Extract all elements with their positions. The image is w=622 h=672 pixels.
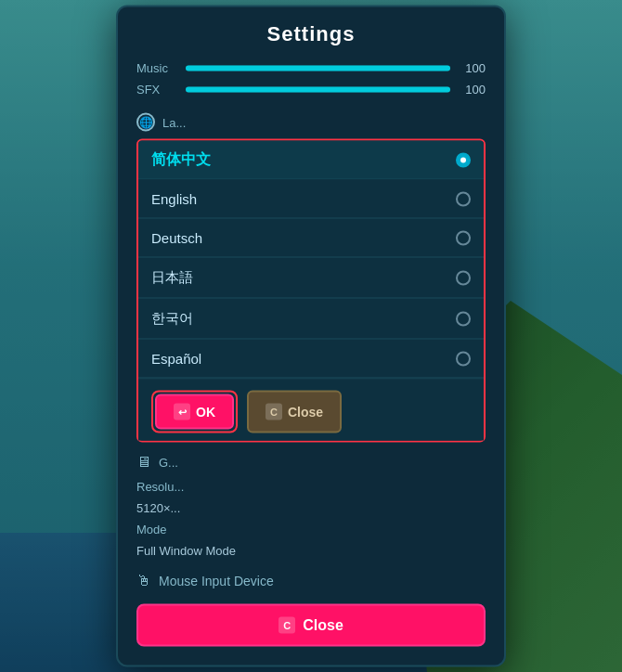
language-dropdown[interactable]: 简体中文 English Deutsch 日本語: [136, 139, 486, 443]
mode-value-row: Full Window Mode: [136, 540, 486, 562]
display-section: 🖥 G... Resolu... 5120×... Mode Full Wind…: [136, 450, 486, 562]
language-option-korean[interactable]: 한국어: [138, 299, 484, 340]
language-option-english[interactable]: English: [138, 180, 484, 219]
language-option-english-radio: [456, 191, 471, 206]
language-option-japanese-label: 日本語: [151, 269, 193, 287]
monitor-icon: 🖥: [136, 454, 151, 471]
ok-button-label: OK: [196, 405, 215, 420]
mouse-section: 🖱 Mouse Input Device: [136, 565, 486, 593]
language-selected-radio: [456, 152, 471, 167]
music-row: Music 100: [136, 58, 486, 79]
resolution-value-row: 5120×...: [136, 498, 486, 519]
globe-icon: 🌐: [136, 113, 155, 132]
sfx-volume-fill: [186, 86, 450, 92]
ok-button-wrapper: ↩ OK: [151, 391, 238, 433]
ok-button[interactable]: ↩ OK: [155, 394, 234, 430]
bottom-close-button[interactable]: C Close: [136, 604, 486, 647]
resolution-value: 5120×...: [136, 501, 180, 515]
dialog-content: Music 100 SFX 100 🌐 La...: [118, 58, 504, 593]
language-option-japanese[interactable]: 日本語: [138, 258, 484, 299]
mode-value: Full Window Mode: [136, 544, 236, 558]
dialog-title: Settings: [118, 7, 504, 58]
close-button-inner[interactable]: C Close: [247, 391, 342, 433]
display-header: 🖥 G...: [136, 450, 486, 476]
music-volume-value: 100: [458, 61, 486, 75]
sfx-volume-bar[interactable]: [186, 86, 450, 92]
language-option-english-label: English: [151, 191, 197, 207]
mode-label: Mode: [136, 523, 201, 536]
language-option-korean-label: 한국어: [151, 310, 193, 328]
resolution-row: Resolu...: [136, 476, 486, 498]
language-selected-row[interactable]: 简体中文: [138, 141, 484, 180]
language-option-deutsch[interactable]: Deutsch: [138, 219, 484, 258]
bottom-close-label: Close: [303, 617, 343, 634]
sfx-label: SFX: [136, 83, 178, 97]
resolution-label: Resolu...: [136, 480, 201, 494]
sfx-row: SFX 100: [136, 79, 486, 100]
close-key-icon: C: [266, 404, 282, 420]
language-section: 🌐 La... 简体中文 English Deutsc: [136, 110, 486, 443]
language-option-spanish[interactable]: Español: [138, 340, 484, 379]
bottom-close-wrapper: C Close: [118, 604, 504, 647]
mouse-label: Mouse Input Device: [159, 574, 274, 588]
mouse-icon: 🖱: [136, 573, 151, 589]
bottom-close-key-icon: C: [279, 617, 295, 634]
language-option-korean-radio: [456, 311, 471, 326]
language-selected-text: 简体中文: [151, 150, 211, 170]
settings-dialog: Settings Music 100 SFX 100 🌐: [116, 6, 506, 667]
dropdown-buttons-row: ↩ OK C Close: [138, 379, 484, 441]
display-section-label: G...: [159, 455, 178, 469]
language-option-deutsch-label: Deutsch: [151, 230, 202, 246]
language-header: 🌐 La...: [136, 110, 486, 139]
language-option-spanish-label: Español: [151, 351, 201, 367]
volume-section: Music 100 SFX 100: [136, 58, 486, 100]
close-button-label: Close: [288, 405, 323, 420]
ok-key-icon: ↩: [174, 404, 190, 420]
language-option-japanese-radio: [456, 270, 471, 285]
language-section-label: La...: [162, 115, 186, 129]
sfx-volume-value: 100: [458, 83, 486, 97]
mode-row: Mode: [136, 519, 486, 540]
music-volume-fill: [186, 65, 450, 71]
language-dropdown-list: English Deutsch 日本語 한국어: [138, 180, 484, 441]
music-label: Music: [136, 61, 178, 75]
language-option-deutsch-radio: [456, 230, 471, 245]
language-option-spanish-radio: [456, 351, 471, 366]
music-volume-bar[interactable]: [186, 65, 450, 71]
